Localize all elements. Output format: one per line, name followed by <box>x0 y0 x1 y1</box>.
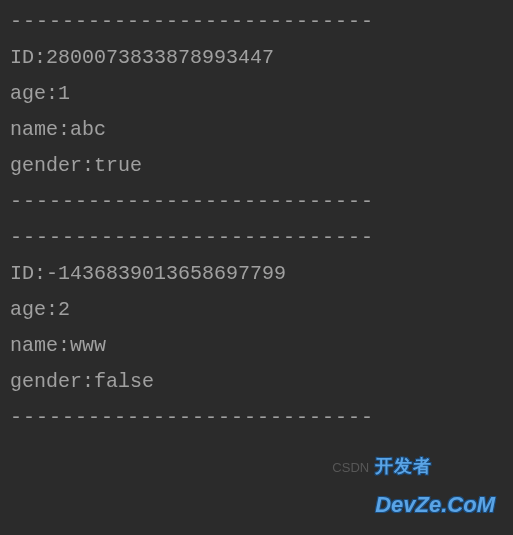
age-value: 1 <box>58 82 70 105</box>
name-value: abc <box>70 118 106 141</box>
record-name-line: name:www <box>10 328 503 364</box>
name-label: name <box>10 334 58 357</box>
divider-line: ---------------------------- <box>10 4 503 40</box>
record-age-line: age:1 <box>10 76 503 112</box>
id-value: 2800073833878993447 <box>46 46 274 69</box>
gender-label: gender <box>10 154 82 177</box>
watermark-cn-text: 开发者 <box>375 456 432 476</box>
gender-label: gender <box>10 370 82 393</box>
age-label: age <box>10 298 46 321</box>
name-value: www <box>70 334 106 357</box>
divider-line: ---------------------------- <box>10 400 503 436</box>
age-label: age <box>10 82 46 105</box>
id-label: ID <box>10 262 34 285</box>
gender-value: false <box>94 370 154 393</box>
record-name-line: name:abc <box>10 112 503 148</box>
id-label: ID <box>10 46 34 69</box>
record-id-line: ID:-1436839013658697799 <box>10 256 503 292</box>
record-gender-line: gender:true <box>10 148 503 184</box>
record-id-line: ID:2800073833878993447 <box>10 40 503 76</box>
id-value: -1436839013658697799 <box>46 262 286 285</box>
divider-line: ---------------------------- <box>10 184 503 220</box>
divider-line: ---------------------------- <box>10 220 503 256</box>
age-value: 2 <box>58 298 70 321</box>
console-output: ---------------------------- ID:28000738… <box>10 4 503 436</box>
record-age-line: age:2 <box>10 292 503 328</box>
watermark-en-text: DevZe.CoM <box>375 492 495 517</box>
record-gender-line: gender:false <box>10 364 503 400</box>
name-label: name <box>10 118 58 141</box>
watermark-csdn: CSDN <box>332 456 369 479</box>
gender-value: true <box>94 154 142 177</box>
